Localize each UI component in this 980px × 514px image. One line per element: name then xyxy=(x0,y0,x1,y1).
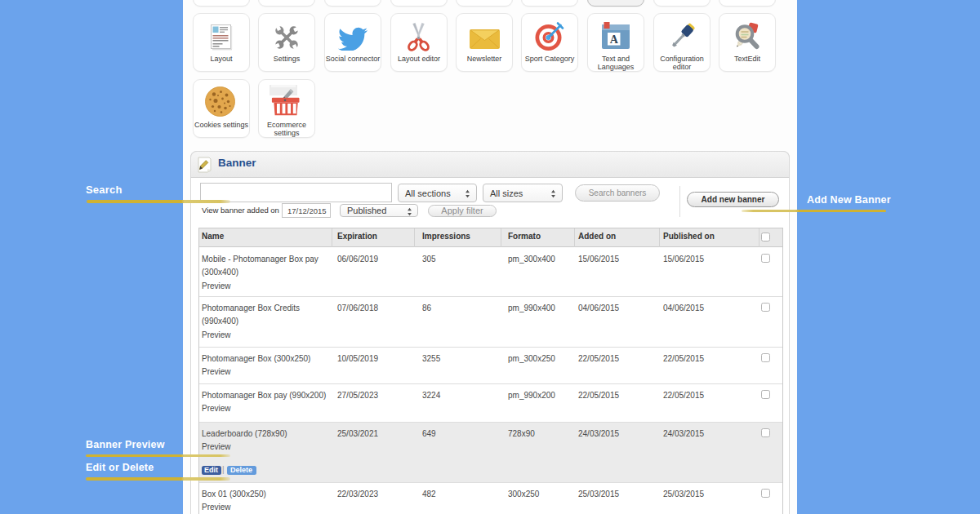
svg-text:A: A xyxy=(610,33,619,46)
